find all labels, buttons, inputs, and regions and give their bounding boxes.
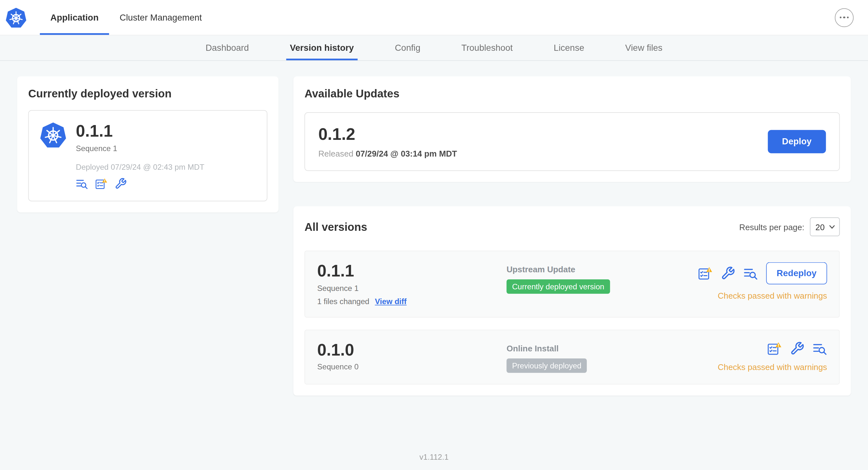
subnav-troubleshoot[interactable]: Troubleshoot (458, 35, 517, 60)
deployed-timestamp: Deployed 07/29/24 @ 02:43 pm MDT (76, 163, 256, 172)
app-level-tabs: Application Cluster Management (40, 0, 212, 35)
preflight-checks-warning-icon[interactable] (767, 341, 782, 356)
view-diff-link[interactable]: View diff (375, 297, 407, 306)
more-options-button[interactable] (835, 8, 854, 27)
version-row: 0.1.1 Sequence 1 1 files changed View di… (304, 250, 840, 317)
update-version-number: 0.1.2 (318, 125, 457, 143)
tab-cluster-management-label: Cluster Management (120, 12, 202, 23)
main-content: Currently deployed version (0, 61, 868, 395)
kubernetes-logo (0, 0, 27, 35)
row-source: Upstream Update (506, 262, 698, 274)
redeploy-button[interactable]: Redeploy (766, 262, 827, 284)
subnav-version-history[interactable]: Version history (286, 35, 358, 60)
diff-icon[interactable] (743, 266, 758, 281)
row-sequence: Sequence 0 (317, 362, 506, 371)
subnav-dashboard[interactable]: Dashboard (202, 35, 253, 60)
ellipsis-icon (840, 16, 842, 18)
diff-icon[interactable] (813, 341, 827, 356)
kubernetes-app-icon (40, 122, 67, 148)
currently-deployed-badge: Currently deployed version (506, 279, 610, 294)
update-released-line: Released 07/29/24 @ 03:14 pm MDT (318, 149, 457, 158)
update-row: 0.1.2 Released 07/29/24 @ 03:14 pm MDT D… (304, 112, 840, 171)
checks-status: Checks passed with warnings (718, 291, 827, 300)
available-updates-title: Available Updates (304, 88, 840, 100)
previously-deployed-badge: Previously deployed (506, 358, 587, 373)
results-per-page-label: Results per page: (739, 222, 804, 231)
deployed-version-box: 0.1.1 Sequence 1 Deployed 07/29/24 @ 02:… (28, 110, 267, 201)
row-files-changed: 1 files changed (317, 297, 369, 306)
tab-application-label: Application (51, 12, 99, 23)
preflight-checks-warning-icon[interactable] (698, 266, 713, 281)
currently-deployed-card: Currently deployed version (17, 76, 278, 212)
config-wrench-icon[interactable] (115, 177, 127, 190)
deploy-button[interactable]: Deploy (768, 130, 826, 153)
console-version: v1.112.1 (420, 452, 449, 462)
subnav-config[interactable]: Config (391, 35, 424, 60)
app-subnav: Dashboard Version history Config Trouble… (0, 35, 868, 61)
top-header: Application Cluster Management (0, 0, 868, 35)
update-released-timestamp: 07/29/24 @ 03:14 pm MDT (356, 149, 457, 158)
results-per-page: Results per page: 20 (739, 217, 840, 236)
diff-icon[interactable] (76, 177, 88, 190)
all-versions-card: All versions Results per page: 20 (293, 206, 851, 395)
config-wrench-icon[interactable] (721, 266, 735, 281)
currently-deployed-title: Currently deployed version (28, 88, 267, 100)
row-version-number: 0.1.0 (317, 341, 506, 359)
results-per-page-select[interactable]: 20 (810, 217, 840, 236)
subnav-license[interactable]: License (550, 35, 588, 60)
console-footer: v1.112.1 (0, 452, 868, 462)
all-versions-title: All versions (304, 221, 367, 233)
tab-application[interactable]: Application (40, 0, 109, 35)
config-wrench-icon[interactable] (790, 341, 804, 356)
tab-cluster-management[interactable]: Cluster Management (109, 0, 212, 35)
available-updates-card: Available Updates 0.1.2 Released 07/29/2… (293, 76, 851, 182)
kubernetes-logo-icon (5, 7, 26, 28)
chevron-down-icon (829, 224, 836, 230)
preflight-checks-warning-icon[interactable] (95, 177, 107, 190)
row-sequence: Sequence 1 (317, 283, 506, 293)
subnav-view-files[interactable]: View files (621, 35, 666, 60)
admin-console: Application Cluster Management Dashboard… (0, 0, 868, 470)
checks-status: Checks passed with warnings (718, 362, 827, 371)
row-version-number: 0.1.1 (317, 262, 506, 280)
deployed-version-number: 0.1.1 (76, 122, 117, 140)
deployed-sequence: Sequence 1 (76, 144, 117, 153)
row-source: Online Install (506, 341, 717, 352)
version-row: 0.1.0 Sequence 0 Online Install Previous… (304, 330, 840, 384)
